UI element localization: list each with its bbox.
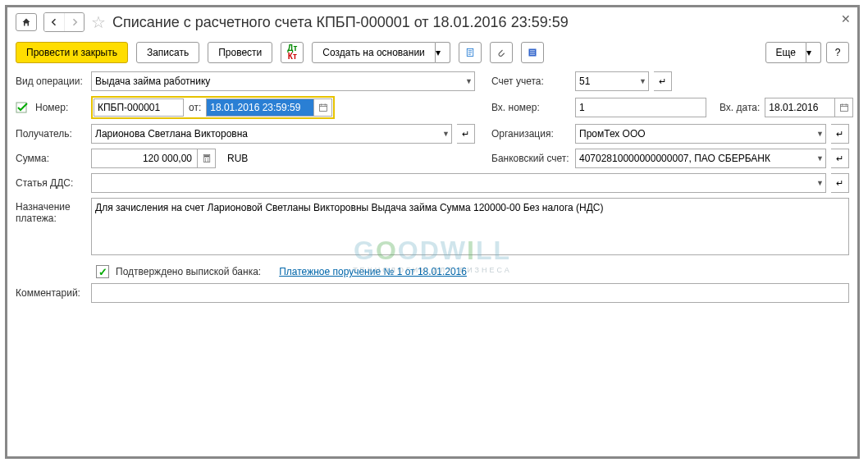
- op-type-value: Выдача займа работнику: [95, 76, 210, 87]
- comment-input[interactable]: [91, 283, 849, 303]
- list-button[interactable]: [521, 42, 544, 63]
- in-date-label: Вх. дата:: [720, 102, 760, 113]
- home-icon: [21, 17, 31, 27]
- purpose-label: Назначение платежа:: [16, 198, 86, 224]
- svg-point-7: [204, 158, 206, 160]
- org-open-button[interactable]: ↵: [831, 124, 849, 144]
- dds-open-button[interactable]: ↵: [831, 173, 849, 193]
- chevron-down-icon: ▼: [465, 77, 473, 85]
- document-button[interactable]: [459, 42, 482, 63]
- svg-rect-6: [204, 155, 209, 157]
- svg-point-9: [204, 160, 206, 162]
- op-type-label: Вид операции:: [16, 76, 86, 87]
- in-number-input[interactable]: [575, 98, 706, 117]
- in-number-label: Вх. номер:: [491, 102, 570, 113]
- recipient-label: Получатель:: [16, 128, 86, 140]
- calculator-icon: [202, 153, 212, 163]
- svg-point-8: [207, 158, 208, 160]
- amount-calc-button[interactable]: [198, 149, 216, 168]
- bank-acc-label: Банковский счет:: [491, 153, 570, 164]
- chevron-down-icon: ▼: [442, 130, 450, 138]
- back-button[interactable]: [44, 13, 64, 31]
- comment-label: Комментарий:: [16, 287, 86, 299]
- account-label: Счет учета:: [491, 76, 570, 87]
- chevron-down-icon: ▼: [816, 179, 824, 187]
- calendar-icon: [839, 103, 849, 112]
- close-button[interactable]: ✕: [841, 12, 851, 25]
- forward-button[interactable]: [64, 13, 84, 31]
- amount-input[interactable]: [91, 149, 198, 168]
- recipient-value: Ларионова Светлана Викторовна: [95, 128, 248, 140]
- chevron-down-icon: ▼: [639, 77, 646, 85]
- svg-point-10: [207, 160, 208, 162]
- date-input[interactable]: [206, 98, 314, 117]
- create-based-button[interactable]: Создать на основании: [312, 42, 436, 63]
- kt-icon: Кт: [288, 52, 297, 61]
- document-icon: [465, 48, 475, 57]
- chevron-down-icon: ▼: [816, 130, 824, 138]
- in-date-input[interactable]: [765, 98, 835, 117]
- recipient-select[interactable]: Ларионова Светлана Викторовна ▼: [91, 124, 452, 144]
- create-based-dropdown[interactable]: ▾: [436, 42, 450, 63]
- svg-rect-4: [840, 104, 847, 111]
- doc-status-icon: [16, 102, 30, 113]
- post-and-close-button[interactable]: Провести и закрыть: [16, 42, 128, 63]
- svg-rect-3: [319, 104, 327, 111]
- arrow-right-icon: [70, 17, 80, 27]
- currency-text: RUB: [227, 153, 248, 164]
- home-button[interactable]: [16, 13, 37, 31]
- amount-label: Сумма:: [16, 153, 86, 164]
- purpose-textarea[interactable]: Для зачисления на счет Ларионовой Светла…: [91, 198, 849, 255]
- payment-order-link[interactable]: Платежное поручение № 1 от 18.01.2016: [279, 266, 467, 277]
- org-label: Организация:: [491, 128, 570, 140]
- account-open-button[interactable]: ↵: [654, 71, 672, 91]
- arrow-left-icon: [49, 17, 59, 27]
- recipient-open-button[interactable]: ↵: [457, 124, 475, 144]
- dt-kt-button[interactable]: ДтКт: [281, 42, 304, 63]
- in-date-calendar-button[interactable]: [835, 98, 853, 117]
- list-icon: [528, 48, 537, 57]
- more-dropdown[interactable]: ▾: [806, 42, 821, 63]
- save-button[interactable]: Записать: [136, 42, 199, 63]
- favorite-star-icon[interactable]: ☆: [91, 12, 106, 32]
- org-select[interactable]: ПромТех ООО ▼: [575, 124, 826, 144]
- confirmed-label: Подтверждено выпиской банка:: [116, 266, 261, 277]
- account-select[interactable]: 51 ▼: [575, 71, 649, 91]
- dds-select[interactable]: ▼: [91, 173, 826, 193]
- bank-acc-open-button[interactable]: ↵: [831, 149, 849, 168]
- chevron-down-icon: ▼: [816, 154, 824, 163]
- paperclip-icon: [496, 48, 506, 57]
- svg-rect-2: [16, 103, 26, 112]
- number-input[interactable]: [94, 98, 184, 117]
- op-type-select[interactable]: Выдача займа работнику ▼: [91, 71, 475, 91]
- more-button[interactable]: Еще: [765, 42, 806, 63]
- bank-acc-value: 40702810000000000007, ПАО СБЕРБАНК: [579, 153, 770, 164]
- account-value: 51: [579, 76, 590, 87]
- attach-button[interactable]: [490, 42, 513, 63]
- bank-acc-select[interactable]: 40702810000000000007, ПАО СБЕРБАНК ▼: [575, 149, 826, 168]
- post-button[interactable]: Провести: [208, 42, 272, 63]
- calendar-button[interactable]: [314, 98, 332, 117]
- help-button[interactable]: ?: [826, 42, 849, 63]
- dds-label: Статья ДДС:: [16, 177, 86, 189]
- number-label: Номер:: [35, 102, 86, 113]
- page-title: Списание с расчетного счета КПБП-000001 …: [112, 14, 569, 31]
- org-value: ПромТех ООО: [579, 128, 646, 140]
- from-label: от:: [189, 102, 201, 113]
- calendar-icon: [318, 103, 328, 112]
- confirmed-checkbox[interactable]: ✓: [96, 265, 109, 278]
